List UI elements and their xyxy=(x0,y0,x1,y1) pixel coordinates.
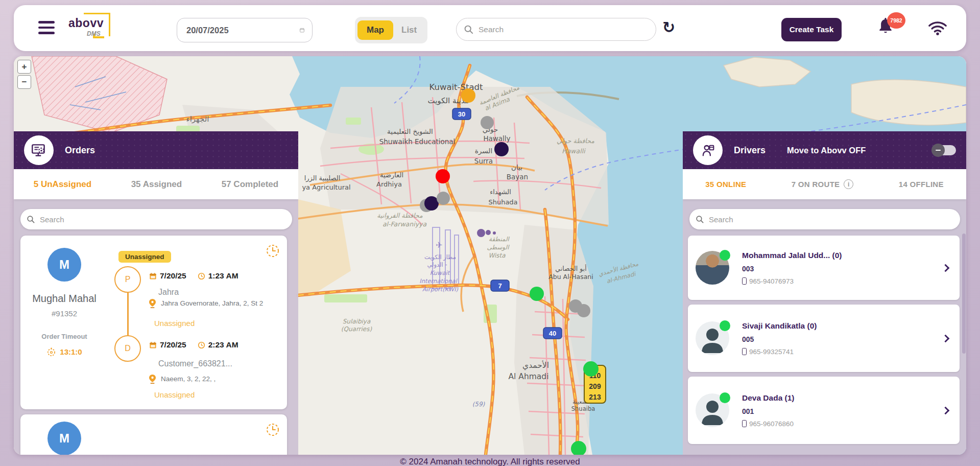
driver-phone: 965-94076973 xyxy=(742,277,842,285)
online-status-dot xyxy=(720,320,730,331)
map-marker[interactable] xyxy=(486,230,491,235)
orders-title: Orders xyxy=(65,145,95,156)
driver-card[interactable]: Deva Dada (1) 001 965-96076860 xyxy=(688,377,960,444)
map-label: ya Agricultural xyxy=(302,183,350,191)
map-label: السرة xyxy=(475,147,492,155)
logo-sub: DMS xyxy=(87,30,101,37)
tab-offline[interactable]: 14 OFFLINE xyxy=(899,180,944,189)
calendar-mini-icon xyxy=(149,341,157,349)
order-timeout-label: Order Timeout xyxy=(20,333,108,340)
order-card[interactable]: M xyxy=(20,414,287,455)
map-marker[interactable] xyxy=(437,192,450,205)
driver-id: 001 xyxy=(742,407,795,415)
map-label: International xyxy=(419,277,458,285)
delivery-datetime: 7/20/25 2:23 AM xyxy=(149,340,238,350)
map-label: Shuhada xyxy=(488,198,517,206)
calendar-icon[interactable] xyxy=(299,25,305,36)
phone-icon xyxy=(742,348,747,355)
delivery-marker: D xyxy=(114,335,141,362)
header-search-input[interactable] xyxy=(479,25,649,34)
view-toggle: Map List xyxy=(355,17,427,43)
driver-avatar xyxy=(696,251,729,285)
notification-badge: 7982 xyxy=(887,12,905,29)
hamburger-menu-icon[interactable] xyxy=(38,21,55,35)
drivers-search-input[interactable] xyxy=(709,215,954,224)
pickup-datetime: 7/20/25 1:23 AM xyxy=(149,271,238,281)
map-marker[interactable] xyxy=(461,88,475,103)
driver-card[interactable]: Mohammad Jalal Udd... (0) 003 965-940769… xyxy=(688,236,960,300)
map-marker[interactable] xyxy=(530,287,544,301)
map-marker[interactable] xyxy=(577,304,590,317)
drivers-scrollbar[interactable] xyxy=(962,234,966,354)
pickup-address: Jahra Governorate, Jahra, 2, St 2 xyxy=(149,299,267,308)
drivers-panel: Drivers Move to Abovv OFF 35 ONLINE 7 ON… xyxy=(683,131,966,455)
map-marker[interactable] xyxy=(477,229,485,237)
wifi-icon[interactable] xyxy=(927,19,948,37)
refresh-icon[interactable]: ↻ xyxy=(662,19,675,36)
tab-unassigned[interactable]: 5 UnAssigned xyxy=(34,179,91,190)
driver-name: Sivaji Kandikatla (0) xyxy=(742,321,817,331)
pickup-place: Jahra xyxy=(158,288,179,297)
date-input[interactable] xyxy=(186,26,299,35)
delivery-place: Customer_663821... xyxy=(158,359,232,368)
footer-copyright: © 2024 Amanah technology. All rights res… xyxy=(0,457,980,466)
chevron-right-icon[interactable] xyxy=(942,334,950,342)
drivers-search[interactable] xyxy=(689,209,960,229)
zoom-in-button[interactable]: + xyxy=(17,60,31,74)
order-customer-name: Mughal Mahal xyxy=(20,293,108,305)
app-screen: abovv DMS Map List ↻ Create Tas xyxy=(0,0,980,466)
create-task-button[interactable]: Create Task xyxy=(781,18,842,41)
order-timer-icon xyxy=(266,423,280,437)
map-marker[interactable] xyxy=(493,231,496,235)
pickup-status: Unassigned xyxy=(154,319,195,328)
driver-name: Mohammad Jalal Udd... (0) xyxy=(742,251,842,260)
tab-on-route[interactable]: 7 ON ROUTE i xyxy=(792,179,854,189)
map-toggle-button[interactable]: Map xyxy=(357,20,393,40)
driver-card[interactable]: Sivaji Kandikatla (0) 005 965-99325741 xyxy=(688,305,960,372)
map[interactable]: الجهراءKuwait-Stadtمدينة الكويتمحافظة ال… xyxy=(14,56,966,455)
map-label: محافظة الفروانية xyxy=(377,212,423,220)
notifications[interactable]: 7982 xyxy=(877,16,905,45)
chevron-right-icon[interactable] xyxy=(942,264,950,272)
map-marker[interactable] xyxy=(583,361,599,377)
map-marker[interactable] xyxy=(424,196,439,211)
order-avatar: M xyxy=(47,422,81,455)
svg-text:30: 30 xyxy=(458,110,465,118)
driver-phone: 965-96076860 xyxy=(742,420,795,428)
map-label: الوسطى xyxy=(487,244,510,251)
header-search[interactable] xyxy=(456,18,656,41)
order-card[interactable]: M Mughal Mahal #91352 Order Timeout 13:1… xyxy=(20,236,287,409)
orders-search-input[interactable] xyxy=(40,215,286,224)
map-label: Surra xyxy=(474,157,493,165)
map-marker[interactable] xyxy=(494,142,509,156)
driver-avatar xyxy=(696,321,729,355)
drivers-icon xyxy=(693,135,723,165)
tab-assigned[interactable]: 35 Assigned xyxy=(131,179,182,190)
tab-completed[interactable]: 57 Completed xyxy=(222,179,278,190)
move-to-abovv-toggle[interactable] xyxy=(933,145,956,155)
map-label: (59) xyxy=(472,401,485,408)
online-status-dot xyxy=(720,392,730,403)
svg-text:40: 40 xyxy=(549,330,556,337)
list-toggle-button[interactable]: List xyxy=(393,20,425,40)
map-label: Ardhiya xyxy=(376,180,402,188)
orders-search[interactable] xyxy=(20,209,292,229)
svg-text:209: 209 xyxy=(589,382,601,390)
map-marker[interactable] xyxy=(481,116,494,129)
date-picker[interactable] xyxy=(177,18,313,42)
order-status-badge: Unassigned xyxy=(118,251,171,263)
tab-online[interactable]: 35 ONLINE xyxy=(705,180,746,189)
phone-icon xyxy=(742,420,747,427)
map-zoom-controls: + − xyxy=(17,60,31,90)
driver-avatar xyxy=(696,393,729,427)
zoom-out-button[interactable]: − xyxy=(17,75,31,89)
info-icon[interactable]: i xyxy=(844,179,853,189)
map-label: Kuwait xyxy=(430,269,450,276)
chevron-right-icon[interactable] xyxy=(942,406,950,414)
drivers-panel-header: Drivers Move to Abovv OFF xyxy=(683,131,966,169)
calendar-mini-icon xyxy=(149,272,157,280)
clock-mini-icon xyxy=(198,341,205,349)
map-marker[interactable] xyxy=(436,169,450,183)
route-connector xyxy=(127,293,129,336)
map-label: الشويخ التعليمية xyxy=(387,127,433,136)
